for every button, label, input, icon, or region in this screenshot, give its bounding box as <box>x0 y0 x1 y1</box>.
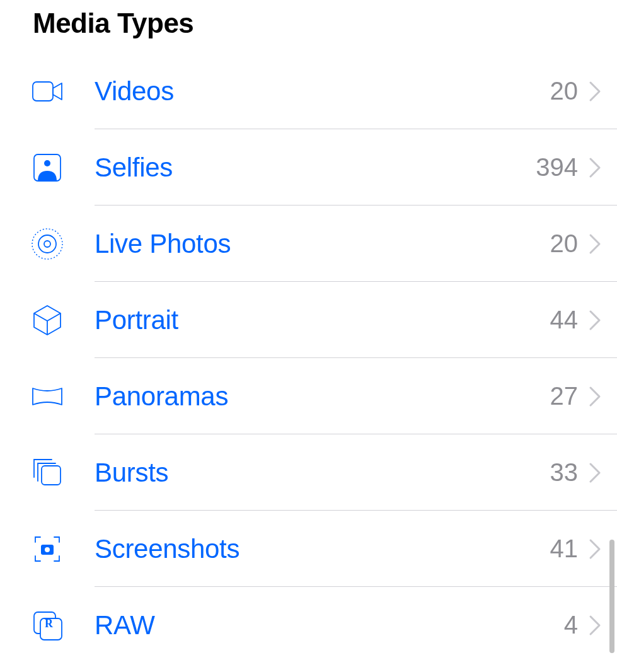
row-count: 394 <box>536 153 585 182</box>
raw-icon: R <box>0 607 95 644</box>
live-photos-icon <box>0 226 95 262</box>
row-count: 33 <box>550 458 586 487</box>
section-header: Media Types <box>0 0 617 53</box>
row-count: 20 <box>550 77 586 105</box>
row-label: Screenshots <box>95 534 550 564</box>
row-label: Live Photos <box>95 229 550 259</box>
row-portrait[interactable]: Portrait 44 <box>0 282 617 358</box>
panoramas-icon <box>0 378 95 415</box>
media-types-list: Videos 20 Selfies 394 Live Photos 20 Por… <box>0 53 617 663</box>
row-count: 27 <box>550 382 586 410</box>
svg-point-8 <box>45 547 50 552</box>
row-label: RAW <box>95 610 564 640</box>
row-panoramas[interactable]: Panoramas 27 <box>0 358 617 434</box>
video-icon <box>0 73 95 110</box>
row-label: Videos <box>95 76 550 107</box>
svg-point-3 <box>32 229 62 259</box>
selfies-icon <box>0 149 95 186</box>
screenshots-icon <box>0 531 95 567</box>
svg-text:R: R <box>45 617 54 630</box>
portrait-icon <box>0 302 95 339</box>
row-videos[interactable]: Videos 20 <box>0 53 617 129</box>
row-bursts[interactable]: Bursts 33 <box>0 434 617 511</box>
row-count: 44 <box>550 306 586 334</box>
chevron-right-icon <box>585 80 617 103</box>
chevron-right-icon <box>585 385 617 408</box>
scrollbar[interactable] <box>609 540 614 653</box>
row-selfies[interactable]: Selfies 394 <box>0 129 617 206</box>
svg-point-5 <box>44 241 50 247</box>
row-label: Portrait <box>95 305 550 335</box>
row-live-photos[interactable]: Live Photos 20 <box>0 206 617 282</box>
row-count: 4 <box>564 611 585 639</box>
row-label: Bursts <box>95 458 550 488</box>
row-count: 20 <box>550 229 586 258</box>
bursts-icon <box>0 455 95 491</box>
svg-point-2 <box>44 160 50 166</box>
row-raw[interactable]: R RAW 4 <box>0 587 617 663</box>
chevron-right-icon <box>585 156 617 179</box>
svg-rect-6 <box>42 466 61 485</box>
row-count: 41 <box>550 535 586 563</box>
chevron-right-icon <box>585 233 617 255</box>
svg-rect-0 <box>33 82 53 101</box>
chevron-right-icon <box>585 309 617 332</box>
svg-point-4 <box>38 235 56 253</box>
row-screenshots[interactable]: Screenshots 41 <box>0 511 617 587</box>
chevron-right-icon <box>585 461 617 484</box>
row-label: Selfies <box>95 153 536 183</box>
row-label: Panoramas <box>95 381 550 412</box>
